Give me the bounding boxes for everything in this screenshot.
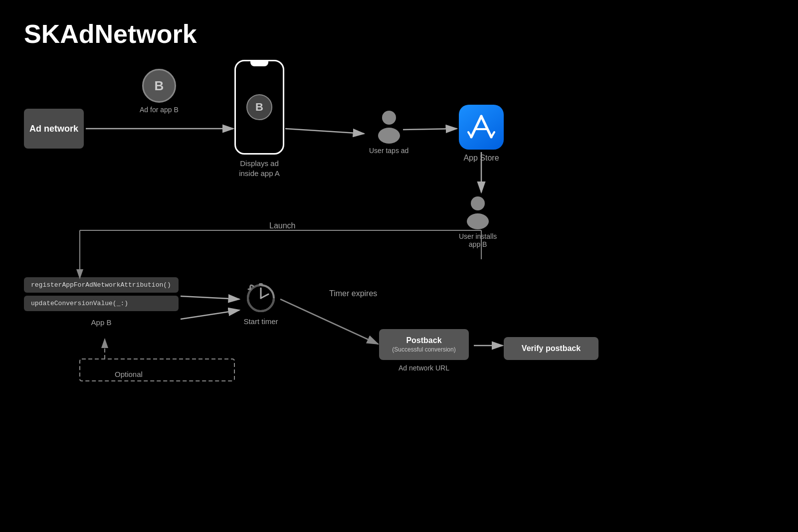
user-taps-ad: User taps ad: [369, 109, 408, 155]
page-title: SKAdNetwork: [24, 19, 197, 49]
postback-box: Postback (Successful conversion): [379, 329, 469, 360]
svg-line-5: [468, 132, 471, 137]
user-installs-label: User installsapp B: [459, 232, 497, 248]
ad-for-app-b-label: Ad for app B: [140, 106, 179, 114]
postback-subtitle: (Successful conversion): [391, 346, 457, 353]
phone: B: [234, 60, 284, 155]
svg-line-12: [261, 294, 268, 298]
svg-point-1: [378, 128, 400, 144]
svg-rect-28: [80, 359, 234, 381]
svg-point-0: [382, 111, 396, 125]
svg-line-6: [491, 132, 494, 137]
app-b-container: registerAppForAdNetworkAttribution() upd…: [24, 277, 179, 327]
postback-container: Postback (Successful conversion) Ad netw…: [379, 329, 469, 372]
user-installs-icon: [463, 194, 493, 229]
svg-point-8: [467, 213, 489, 229]
verify-postback-box: Verify postback: [504, 337, 598, 360]
phone-notch: [250, 61, 268, 66]
diagram-arrows: [0, 0, 798, 532]
postback-title: Postback: [391, 336, 457, 345]
user-taps-ad-label: User taps ad: [369, 147, 408, 155]
svg-line-26: [280, 299, 378, 344]
timer-icon: [243, 279, 278, 314]
svg-rect-13: [259, 283, 263, 286]
svg-line-24: [181, 296, 239, 299]
svg-line-2: [471, 116, 481, 137]
svg-line-18: [285, 129, 364, 134]
app-b-circle: B: [142, 69, 176, 103]
timer-expires-label: Timer expires: [329, 289, 377, 298]
phone-app-b-circle: B: [246, 94, 272, 120]
timer-label: Start timer: [243, 317, 278, 326]
app-store-container: App Store: [459, 105, 504, 163]
svg-line-25: [181, 310, 239, 319]
user-taps-ad-icon: [374, 109, 404, 144]
verify-postback-label: Verify postback: [516, 344, 587, 353]
app-store-svg: [466, 112, 496, 142]
ad-network-box: Ad network: [24, 109, 84, 149]
svg-line-3: [481, 116, 491, 137]
ad-network-label: Ad network: [29, 124, 78, 134]
user-installs: User installsapp B: [459, 194, 497, 248]
timer-container: Start timer: [243, 279, 278, 326]
app-store-label: App Store: [463, 154, 499, 163]
app-store-icon: [459, 105, 504, 150]
code-update: updateConversionValue(_:): [24, 296, 179, 311]
svg-point-7: [471, 196, 485, 210]
code-register: registerAppForAdNetworkAttribution(): [24, 277, 179, 293]
optional-label: Optional: [115, 370, 143, 378]
phone-container: B Displays adinside app A: [234, 60, 284, 178]
app-b-label: App B: [91, 318, 112, 327]
ad-for-app-b: B Ad for app B: [140, 69, 179, 114]
svg-line-19: [403, 129, 457, 130]
postback-label: Ad network URL: [399, 364, 449, 372]
phone-label: Displays adinside app A: [239, 159, 280, 178]
launch-label: Launch: [269, 221, 296, 230]
